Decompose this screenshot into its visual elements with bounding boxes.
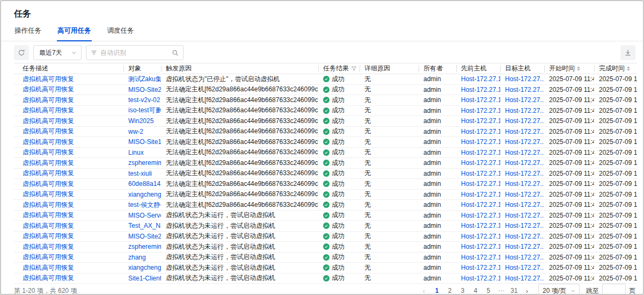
task-description-link[interactable]: 虚拟机高可用恢复 xyxy=(23,243,74,250)
page-number-5[interactable]: 5 xyxy=(482,284,494,295)
target-host-link[interactable]: Host-172.27... xyxy=(505,212,544,219)
task-description-link[interactable]: 虚拟机高可用恢复 xyxy=(23,138,74,146)
task-description-link[interactable]: 虚拟机高可用恢复 xyxy=(23,180,74,188)
column-header-8[interactable]: 开始时间 xyxy=(544,63,594,74)
page-number-4[interactable]: 4 xyxy=(470,284,481,295)
task-description-link[interactable]: 虚拟机高可用恢复 xyxy=(23,264,74,271)
object-link[interactable]: xiangcheng.... xyxy=(128,191,161,198)
target-host-link[interactable]: Host-172.27... xyxy=(505,149,544,156)
task-description-link[interactable]: 虚拟机高可用恢复 xyxy=(23,211,74,219)
target-host-link[interactable]: Host-172.27... xyxy=(505,107,544,114)
task-description-link[interactable]: 虚拟机高可用恢复 xyxy=(23,75,74,83)
page-number-3[interactable]: 3 xyxy=(457,284,469,295)
task-description-link[interactable]: 虚拟机高可用恢复 xyxy=(23,232,74,240)
sort-icon[interactable] xyxy=(577,66,580,71)
task-description-link[interactable]: 虚拟机高可用恢复 xyxy=(23,190,74,198)
object-link[interactable]: zhang xyxy=(128,254,146,261)
tab-2[interactable]: 调度任务 xyxy=(107,25,135,41)
target-host-link[interactable]: Host-172.27... xyxy=(505,233,544,240)
task-description-link[interactable]: 虚拟机高可用恢复 xyxy=(23,85,74,93)
object-link[interactable]: Linux xyxy=(128,149,144,156)
tab-0[interactable]: 操作任务 xyxy=(14,25,42,41)
object-link[interactable]: zspheremim... xyxy=(128,243,161,250)
target-host-link[interactable]: Host-172.27... xyxy=(505,128,544,135)
export-button[interactable] xyxy=(620,45,635,60)
page-number-31[interactable]: 31 xyxy=(508,284,520,295)
target-host-link[interactable]: Host-172.27... xyxy=(505,254,544,261)
task-description-link[interactable]: 虚拟机高可用恢复 xyxy=(23,127,74,135)
page-number-1[interactable]: 1 xyxy=(431,284,443,295)
task-description-link[interactable]: 虚拟机高可用恢复 xyxy=(23,117,74,125)
column-header-9[interactable]: 完成时间 xyxy=(594,63,637,74)
object-link[interactable]: MISO-Site1... xyxy=(128,138,161,146)
task-description-link[interactable]: 虚拟机高可用恢复 xyxy=(23,274,74,282)
prev-host-link[interactable]: Host-172.27.1.30 xyxy=(461,191,500,198)
prev-host-link[interactable]: Host-172.27.1.32 xyxy=(461,212,500,219)
task-description-link[interactable]: 虚拟机高可用恢复 xyxy=(23,169,74,177)
target-host-link[interactable]: Host-172.27... xyxy=(505,264,544,271)
prev-host-link[interactable]: Host-172.27.1.30 xyxy=(461,149,500,156)
prev-host-link[interactable]: Host-172.27.1.30 xyxy=(461,75,500,83)
prev-host-link[interactable]: Host-172.27.1.30 xyxy=(461,86,500,93)
target-host-link[interactable]: Host-172.27... xyxy=(505,243,544,250)
prev-host-link[interactable]: Host-172.27.1.30 xyxy=(461,138,500,146)
prev-page-icon[interactable]: ‹ xyxy=(418,284,430,295)
date-range-select[interactable]: 最近7天 xyxy=(33,45,82,60)
object-link[interactable]: Win2025 xyxy=(128,117,153,125)
object-link[interactable]: ww-2 xyxy=(128,128,143,135)
task-description-link[interactable]: 虚拟机高可用恢复 xyxy=(23,148,74,156)
search-input[interactable] xyxy=(100,49,169,56)
object-link[interactable]: 60de88a14... xyxy=(128,180,161,188)
object-link[interactable]: test-侯文静-... xyxy=(128,201,161,208)
task-description-link[interactable]: 虚拟机高可用恢复 xyxy=(23,159,74,167)
prev-host-link[interactable]: Host-172.27.1.30 xyxy=(461,107,500,114)
object-link[interactable]: test-xiuli xyxy=(128,170,152,177)
object-link[interactable]: zspheremim... xyxy=(128,159,161,167)
target-host-link[interactable]: Host-172.27... xyxy=(505,191,544,198)
target-host-link[interactable]: Host-172.27... xyxy=(505,86,544,93)
target-host-link[interactable]: Host-172.27... xyxy=(505,96,544,104)
prev-host-link[interactable]: Host-172.27.1.32 xyxy=(461,233,500,240)
filter-icon[interactable] xyxy=(351,66,357,71)
next-page-icon[interactable]: › xyxy=(521,284,533,295)
prev-host-link[interactable]: Host-172.27.1.30 xyxy=(461,128,500,135)
target-host-link[interactable]: Host-172.27... xyxy=(505,138,544,146)
prev-host-link[interactable]: Host-172.27.1.30 xyxy=(461,201,500,208)
prev-host-link[interactable]: Host-172.27.1.30 xyxy=(461,170,500,177)
object-link[interactable]: iso-test可删 xyxy=(128,106,161,114)
object-link[interactable]: Site1-Client1 xyxy=(128,275,161,282)
search-icon[interactable] xyxy=(172,49,179,56)
page-size-select[interactable]: 20 项/页 xyxy=(538,284,580,295)
page-number-2[interactable]: 2 xyxy=(444,284,456,295)
object-link[interactable]: MISO-Site2... xyxy=(128,233,161,240)
object-link[interactable]: MISO-Serve... xyxy=(128,212,161,219)
target-host-link[interactable]: Host-172.27... xyxy=(505,275,544,282)
prev-host-link[interactable]: Host-172.27.1.30 xyxy=(461,159,500,167)
prev-host-link[interactable]: Host-172.27.1.30 xyxy=(461,180,500,188)
object-link[interactable]: Test_AX_Na... xyxy=(128,222,161,229)
target-host-link[interactable]: Host-172.27... xyxy=(505,117,544,125)
prev-host-link[interactable]: Host-172.27.1.32 xyxy=(461,275,500,282)
task-description-link[interactable]: 虚拟机高可用恢复 xyxy=(23,201,74,208)
prev-host-link[interactable]: Host-172.27.1.32 xyxy=(461,264,500,271)
column-header-3[interactable]: 任务结果 xyxy=(318,63,360,74)
target-host-link[interactable]: Host-172.27... xyxy=(505,170,544,177)
task-description-link[interactable]: 虚拟机高可用恢复 xyxy=(23,222,74,229)
prev-host-link[interactable]: Host-172.27.1.32 xyxy=(461,222,500,229)
prev-host-link[interactable]: Host-172.27.1.30 xyxy=(461,96,500,104)
task-description-link[interactable]: 虚拟机高可用恢复 xyxy=(23,96,74,104)
object-link[interactable]: xiangcheng.... xyxy=(128,264,161,271)
refresh-button[interactable] xyxy=(14,45,29,60)
task-description-link[interactable]: 虚拟机高可用恢复 xyxy=(23,253,74,261)
target-host-link[interactable]: Host-172.27... xyxy=(505,222,544,229)
target-host-link[interactable]: Host-172.27... xyxy=(505,201,544,208)
object-link[interactable]: MISO-Site2... xyxy=(128,86,161,93)
tab-1[interactable]: 高可用任务 xyxy=(57,25,92,41)
object-link[interactable]: test-v2v-02 xyxy=(128,96,160,104)
target-host-link[interactable]: Host-172.27... xyxy=(505,75,544,83)
jump-page-input[interactable] xyxy=(602,284,626,295)
prev-host-link[interactable]: Host-172.27.1.32 xyxy=(461,243,500,250)
prev-host-link[interactable]: Host-172.27.1.30 xyxy=(461,117,500,125)
prev-host-link[interactable]: Host-172.27.1.32 xyxy=(461,254,500,261)
target-host-link[interactable]: Host-172.27... xyxy=(505,180,544,188)
